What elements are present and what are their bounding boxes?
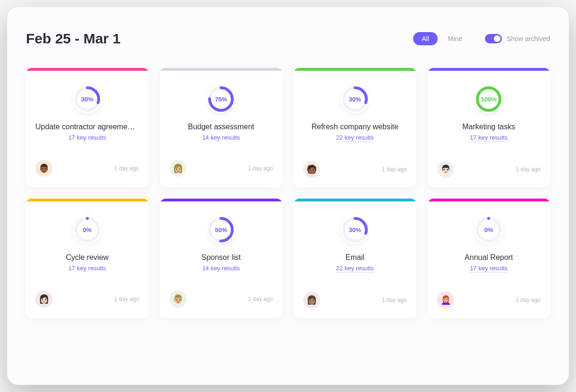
progress-percent: 50% xyxy=(215,226,227,234)
header: Feb 25 - Mar 1 All Mine Show archived xyxy=(26,31,550,47)
timestamp: 1 day ago xyxy=(516,297,541,303)
progress-ring: 75% xyxy=(207,85,235,113)
progress-ring: 100% xyxy=(474,85,503,113)
timestamp: 1 day ago xyxy=(248,165,273,172)
card-footer: 👩🏼 1 day ago xyxy=(160,160,283,186)
progress-percent: 75% xyxy=(215,96,227,103)
card-footer: 👨🏼 1 day ago xyxy=(160,291,283,317)
avatar[interactable]: 👩🏻 xyxy=(35,291,52,308)
objective-card[interactable]: 75% Budget assessment 14 key results 👩🏼 … xyxy=(160,68,283,187)
objective-card[interactable]: 100% Marketing tasks 17 key results 👨🏻 1… xyxy=(428,68,551,187)
card-body: 0% Cycle review 17 key results xyxy=(26,201,149,279)
card-footer: 👩🏼‍🦰 1 day ago xyxy=(428,292,551,318)
key-results-link[interactable]: 14 key results xyxy=(202,134,240,141)
card-title: Email xyxy=(346,253,364,262)
progress-percent: 30% xyxy=(349,226,361,234)
key-results-link[interactable]: 17 key results xyxy=(470,134,508,142)
objective-card[interactable]: 0% Annual Report 17 key results 👩🏼‍🦰 1 d… xyxy=(428,199,551,318)
avatar[interactable]: 👩🏽 xyxy=(303,292,320,309)
card-body: 0% Annual Report 17 key results xyxy=(428,201,551,280)
objective-card[interactable]: 30% Email 22 key results 👩🏽 1 day ago xyxy=(294,199,416,318)
card-title: Marketing tasks xyxy=(462,123,515,131)
key-results-link[interactable]: 22 key results xyxy=(336,265,374,273)
filter-all-button[interactable]: All xyxy=(413,32,438,45)
progress-percent: 30% xyxy=(349,96,361,103)
progress-ring: 50% xyxy=(207,216,235,244)
filter-pills: All Mine xyxy=(413,32,471,45)
timestamp: 1 day ago xyxy=(248,296,273,302)
avatar[interactable]: 👨🏼 xyxy=(169,291,186,308)
card-footer: 👨🏾 1 day ago xyxy=(26,160,149,186)
objective-card[interactable]: 30% Refresh company website 22 key resul… xyxy=(294,68,416,187)
avatar[interactable]: 👨🏻 xyxy=(437,161,454,178)
progress-percent: 30% xyxy=(81,96,93,103)
card-body: 100% Marketing tasks 17 key results xyxy=(428,71,551,150)
progress-ring: 0% xyxy=(73,216,102,244)
timestamp: 1 day ago xyxy=(114,165,139,172)
avatar[interactable]: 👩🏼‍🦰 xyxy=(437,292,454,309)
card-body: 30% Update contractor agreemen… 17 key r… xyxy=(26,71,149,149)
card-body: 30% Refresh company website 22 key resul… xyxy=(294,71,416,150)
progress-percent: 100% xyxy=(481,96,497,103)
progress-percent: 0% xyxy=(484,226,493,234)
card-body: 50% Sponsor list 14 key results xyxy=(160,201,283,279)
key-results-link[interactable]: 14 key results xyxy=(202,265,240,272)
cards-grid: 30% Update contractor agreemen… 17 key r… xyxy=(26,68,550,318)
timestamp: 1 day ago xyxy=(382,297,407,303)
progress-ring: 30% xyxy=(341,216,369,244)
objective-card[interactable]: 0% Cycle review 17 key results 👩🏻 1 day … xyxy=(26,199,149,318)
archived-toggle-group: Show archived xyxy=(485,34,550,43)
card-title: Cycle review xyxy=(66,253,109,262)
key-results-link[interactable]: 17 key results xyxy=(68,265,106,272)
key-results-link[interactable]: 17 key results xyxy=(68,134,106,141)
avatar[interactable]: 🧑🏾 xyxy=(303,161,320,178)
card-title: Sponsor list xyxy=(201,253,241,262)
card-footer: 🧑🏾 1 day ago xyxy=(294,161,416,187)
progress-ring: 0% xyxy=(474,216,503,244)
timestamp: 1 day ago xyxy=(114,296,139,302)
main-panel: Feb 25 - Mar 1 All Mine Show archived 30… xyxy=(7,7,569,385)
card-body: 30% Email 22 key results xyxy=(294,201,416,280)
card-footer: 👩🏻 1 day ago xyxy=(26,291,149,317)
card-footer: 👨🏻 1 day ago xyxy=(428,161,551,187)
progress-percent: 0% xyxy=(83,226,92,234)
card-footer: 👩🏽 1 day ago xyxy=(294,292,416,318)
archived-toggle[interactable] xyxy=(485,34,502,43)
card-body: 75% Budget assessment 14 key results xyxy=(160,71,283,149)
timestamp: 1 day ago xyxy=(516,166,541,173)
progress-ring: 30% xyxy=(341,85,369,113)
key-results-link[interactable]: 22 key results xyxy=(336,134,374,142)
date-range: Feb 25 - Mar 1 xyxy=(26,31,120,47)
card-title: Refresh company website xyxy=(312,123,398,131)
objective-card[interactable]: 30% Update contractor agreemen… 17 key r… xyxy=(26,68,149,187)
card-title: Annual Report xyxy=(465,253,513,262)
progress-ring: 30% xyxy=(73,85,102,113)
key-results-link[interactable]: 17 key results xyxy=(470,265,508,273)
avatar[interactable]: 👩🏼 xyxy=(169,160,186,177)
card-title: Update contractor agreemen… xyxy=(35,123,139,131)
card-title: Budget assessment xyxy=(188,123,254,131)
header-controls: All Mine Show archived xyxy=(413,32,550,45)
filter-mine-button[interactable]: Mine xyxy=(440,32,471,45)
objective-card[interactable]: 50% Sponsor list 14 key results 👨🏼 1 day… xyxy=(160,199,283,318)
timestamp: 1 day ago xyxy=(382,166,407,173)
avatar[interactable]: 👨🏾 xyxy=(35,160,52,177)
archived-toggle-label: Show archived xyxy=(507,35,550,42)
